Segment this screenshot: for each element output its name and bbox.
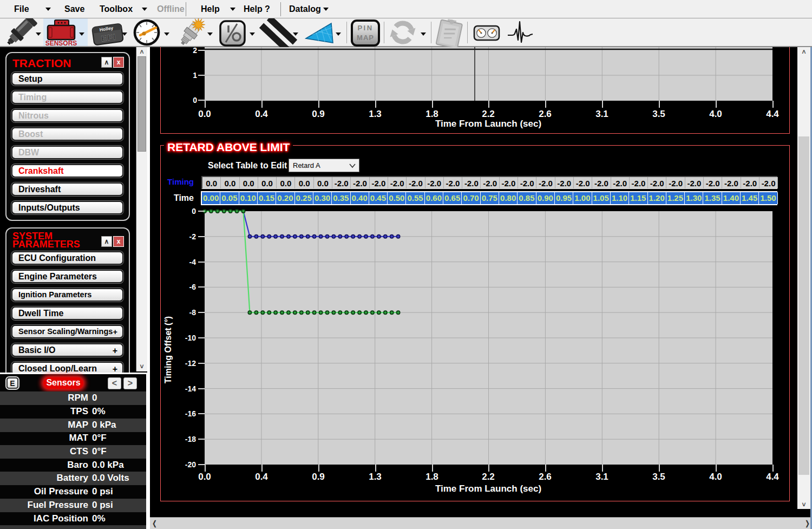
svg-text:MAP: MAP: [357, 34, 374, 42]
svg-text:SENSORS: SENSORS: [45, 40, 77, 47]
svg-text:PIN: PIN: [357, 24, 373, 32]
